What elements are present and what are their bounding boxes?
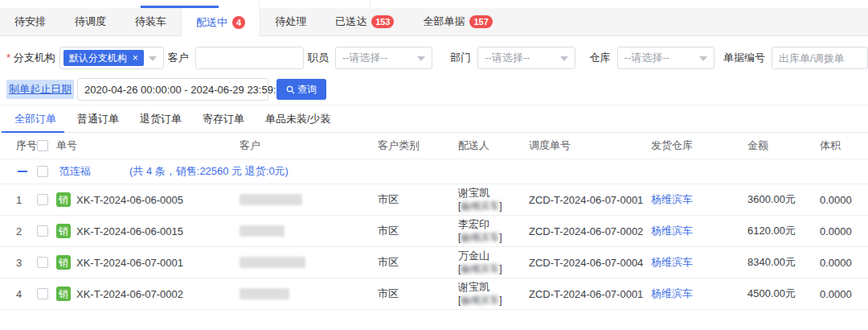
date-type-selector[interactable]: 制单起止日期: [6, 80, 74, 99]
table-row[interactable]: 4销XK-T-2024-06-07-0002市区谢宝凯[杨维滨车]ZCD-T-2…: [0, 278, 868, 310]
deliverer-cell: 万金山[杨维滨车]: [458, 250, 529, 275]
chevron-down-icon: [149, 56, 157, 61]
department-select[interactable]: --请选择--: [477, 47, 575, 69]
deliverer-name: 谢宝凯: [458, 281, 529, 294]
sale-doc-tag: 销: [56, 224, 71, 238]
volume-cell: 0.0000: [812, 225, 860, 237]
department-select-placeholder: --请选择--: [485, 51, 530, 65]
staff-select-placeholder: --请选择--: [342, 51, 387, 65]
status-tab-bar: 待安排待调度待装车配送中4待处理已送达153全部单据157: [0, 8, 868, 36]
select-all-checkbox[interactable]: [37, 140, 48, 151]
sale-doc-tag: 销: [56, 255, 71, 270]
query-button[interactable]: 查询: [276, 79, 326, 100]
group-checkbox[interactable]: [37, 166, 48, 177]
status-tab-配送中[interactable]: 配送中4: [181, 8, 260, 36]
column-header-配送人: 配送人: [458, 138, 529, 153]
row-checkbox[interactable]: [37, 257, 48, 268]
top-nav-divider: [259, 0, 260, 8]
table-row[interactable]: 1销XK-T-2024-06-06-0005市区谢宝凯[杨维滨车]ZCD-T-2…: [0, 184, 868, 216]
top-nav-strip: [0, 0, 868, 8]
customer-type-cell: 市区: [378, 192, 458, 207]
branch-selected-tag[interactable]: 默认分支机构 ×: [63, 50, 144, 66]
vehicle-name-redacted: 杨维滨车: [461, 200, 499, 212]
amount-cell: 4500.00元: [741, 287, 812, 301]
collapse-group-icon[interactable]: [18, 171, 27, 172]
group-name[interactable]: 范连福: [59, 164, 91, 179]
customer-cell: [240, 288, 378, 299]
status-tab-待安排[interactable]: 待安排: [0, 8, 60, 35]
doc-no-link[interactable]: XK-T-2024-06-06-0005: [76, 194, 183, 206]
bracket-close: ]: [499, 200, 502, 212]
deliverer-cell: 李宏印[杨维滨车]: [458, 218, 529, 244]
customer-name-redacted: [240, 288, 289, 299]
warehouse-link[interactable]: 杨维滨车: [651, 192, 741, 207]
customer-name-redacted: [240, 257, 305, 268]
status-tab-label: 配送中: [196, 15, 227, 30]
status-tab-label: 全部单据: [423, 14, 465, 29]
deliverer-name: 李宏印: [458, 218, 529, 231]
department-label: 部门: [450, 51, 471, 65]
warehouse-select[interactable]: --请选择--: [617, 47, 714, 69]
volume-cell: 0.0000: [812, 288, 860, 300]
customer-input[interactable]: [195, 47, 304, 69]
order-tab-普通订单[interactable]: 普通订单: [77, 105, 119, 132]
order-tab-全部订单[interactable]: 全部订单: [14, 105, 56, 132]
doc-no-link[interactable]: XK-T-2024-06-07-0002: [76, 288, 183, 300]
status-tab-label: 待处理: [275, 14, 306, 29]
dispatch-no-cell: ZCD-T-2024-06-07-0001: [529, 288, 651, 300]
vehicle-name-redacted: 杨维滨车: [461, 232, 499, 243]
row-checkbox[interactable]: [37, 225, 48, 237]
amount-cell: 3600.00元: [741, 192, 812, 207]
row-checkbox[interactable]: [37, 194, 48, 205]
row-seq: 4: [13, 288, 37, 300]
doc-no-link[interactable]: XK-T-2024-06-06-0015: [76, 225, 183, 237]
status-tab-待装车[interactable]: 待装车: [121, 8, 181, 35]
table-row[interactable]: 3销XK-T-2024-06-07-0001市区万金山[杨维滨车]ZCD-T-2…: [0, 247, 868, 278]
chevron-down-icon: [699, 56, 707, 61]
column-header-单号: 单号: [56, 138, 240, 153]
deliverer-vehicle: [杨维滨车]: [458, 200, 529, 212]
status-tab-待处理[interactable]: 待处理: [260, 8, 321, 35]
column-header-客户: 客户: [240, 138, 378, 153]
deliverer-vehicle: [杨维滨车]: [458, 231, 529, 244]
count-badge: 4: [232, 16, 245, 29]
customer-name-redacted: [240, 194, 302, 205]
staff-label: 职员: [308, 51, 329, 65]
row-seq: 1: [13, 194, 37, 206]
table-row[interactable]: 2销XK-T-2024-06-06-0015市区李宏印[杨维滨车]ZCD-T-2…: [0, 216, 868, 247]
warehouse-link[interactable]: 杨维滨车: [651, 224, 741, 238]
warehouse-link[interactable]: 杨维滨车: [651, 287, 741, 301]
count-badge: 157: [469, 15, 492, 28]
order-type-tab-bar: 全部订单普通订单退货订单寄存订单单品未装/少装: [0, 105, 868, 133]
date-range-input[interactable]: 2020-04-26 00:00:00 - 2024-06-29 23:59:5…: [77, 78, 268, 101]
column-header-金额: 金额: [741, 138, 812, 153]
sale-doc-tag: 销: [56, 192, 71, 207]
warehouse-link[interactable]: 杨维滨车: [651, 255, 741, 270]
status-tab-已送达[interactable]: 已送达153: [321, 8, 408, 35]
order-tab-单品未装/少装[interactable]: 单品未装/少装: [265, 105, 331, 132]
status-tab-label: 已送达: [335, 14, 366, 29]
doc-no-input[interactable]: [772, 47, 868, 69]
status-tab-待调度[interactable]: 待调度: [60, 8, 121, 35]
column-header-体积: 体积: [812, 138, 860, 153]
order-tab-退货订单[interactable]: 退货订单: [140, 105, 182, 132]
customer-cell: [240, 257, 378, 268]
warehouse-label: 仓库: [590, 51, 611, 65]
bracket-close: ]: [499, 295, 502, 306]
row-seq: 2: [13, 225, 37, 237]
table-body: 1销XK-T-2024-06-06-0005市区谢宝凯[杨维滨车]ZCD-T-2…: [0, 184, 868, 310]
doc-no-link[interactable]: XK-T-2024-06-07-0001: [76, 257, 183, 269]
remove-tag-icon[interactable]: ×: [133, 50, 138, 66]
status-tab-label: 待安排: [14, 14, 46, 29]
row-checkbox[interactable]: [37, 288, 48, 299]
status-tab-全部单据[interactable]: 全部单据157: [408, 8, 506, 35]
branch-multiselect[interactable]: 默认分支机构 ×: [59, 47, 164, 69]
deliverer-cell: 谢宝凯[杨维滨车]: [458, 281, 529, 307]
volume-cell: 0.0000: [812, 257, 860, 269]
warehouse-select-placeholder: --请选择--: [624, 51, 669, 65]
count-badge: 153: [371, 15, 394, 28]
order-tab-寄存订单[interactable]: 寄存订单: [203, 105, 244, 132]
customer-type-cell: 市区: [378, 287, 458, 301]
table-header-row: 序号单号客户客户类别配送人调度单号发货仓库金额体积: [0, 133, 868, 159]
staff-select[interactable]: --请选择--: [335, 47, 432, 69]
